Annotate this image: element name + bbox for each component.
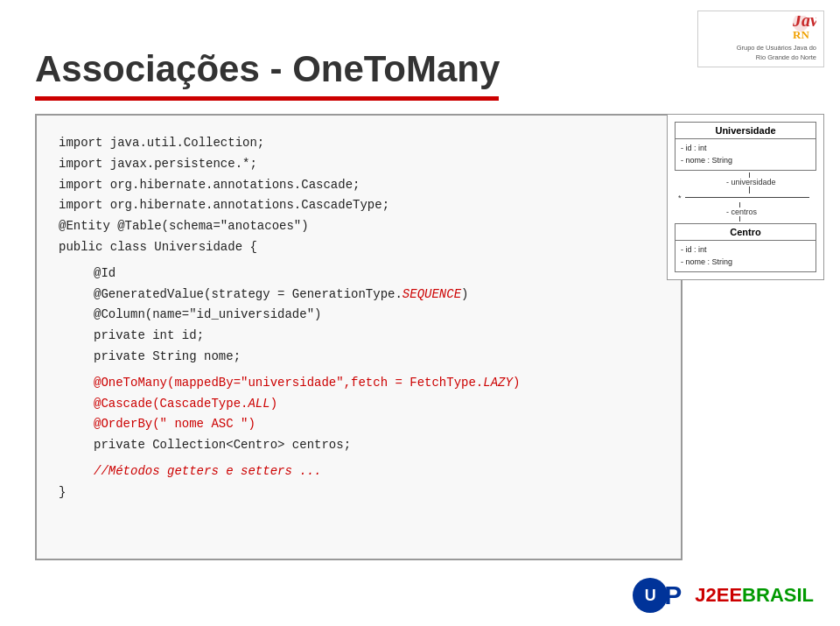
page: Java RN Grupo de Usuários Java do Rio Gr… (0, 0, 840, 626)
page-title: Associações - OneToMany (35, 48, 500, 90)
logo-subtitle: Grupo de Usuários Java do Rio Grande do … (705, 44, 816, 62)
code-line-10: private int id; (94, 326, 659, 347)
uml-attr-id: - id : int (681, 142, 810, 154)
uml-universidade-title: Universidade (676, 123, 816, 139)
code-line-7: @Id (94, 264, 659, 285)
uml-outer-box: Universidade - id : int - nome : String … (667, 114, 824, 280)
code-line-12: @OneToMany(mappedBy="universidade",fetch… (94, 373, 659, 394)
uml-relation: - universidade * - centros (668, 171, 823, 223)
code-line-16: //Métodos getters e setters ... (94, 461, 659, 482)
uml-attr-nome: - nome : String (681, 154, 810, 166)
code-line-14: @OrderBy(" nome ASC ") (94, 414, 659, 435)
code-line-1: import java.util.Collection; (59, 133, 659, 154)
bottom-logos: U P J2EE BRASIL (633, 578, 814, 613)
j2ee-text: J2EE (695, 584, 742, 607)
up-logo: U P (633, 578, 682, 613)
uml-centro-class: Centro - id : int - nome : String (675, 223, 816, 272)
code-line-17: } (59, 482, 659, 503)
uml-centro-title: Centro (676, 224, 816, 241)
code-line-5: @Entity @Table(schema="anotacoes") (59, 216, 659, 237)
uml-mult-star: * (678, 193, 682, 202)
coffee-cup-icon: Java RN (792, 16, 816, 44)
uml-centro-attr-nome: - nome : String (681, 256, 810, 268)
code-line-11: private String nome; (94, 347, 659, 368)
code-content: import java.util.Collection; import java… (59, 133, 659, 503)
code-line-2: import javax.persistence.*; (59, 154, 659, 175)
uml-universidade-attrs: - id : int - nome : String (676, 139, 816, 170)
brasil-text: BRASIL (742, 584, 814, 607)
code-box: import java.util.Collection; import java… (35, 114, 682, 560)
svg-text:RN: RN (793, 28, 809, 41)
uml-centro-attr-id: - id : int (681, 243, 810, 256)
uml-centro-attrs: - id : int - nome : String (676, 241, 816, 271)
code-line-8: @GeneratedValue(strategy = GenerationTyp… (94, 285, 659, 306)
title-underline-bar (35, 96, 499, 101)
code-line-4: import org.hibernate.annotations.Cascade… (59, 195, 659, 216)
logo-box: Java RN Grupo de Usuários Java do Rio Gr… (697, 11, 824, 67)
uml-diagram: Universidade - id : int - nome : String … (667, 114, 824, 280)
up-circle: U (633, 578, 668, 613)
code-line-9: @Column(name="id_universidade") (94, 305, 659, 326)
code-line-6: public class Universidade { (59, 237, 659, 258)
code-line-13: @Cascade(CascadeType.ALL) (94, 394, 659, 415)
uml-universidade-class: Universidade - id : int - nome : String (675, 122, 816, 171)
code-line-15: private Collection<Centro> centros; (94, 435, 659, 456)
code-line-3: import org.hibernate.annotations.Cascade… (59, 175, 659, 196)
j2ee-brasil-logo: J2EE BRASIL (695, 584, 814, 607)
